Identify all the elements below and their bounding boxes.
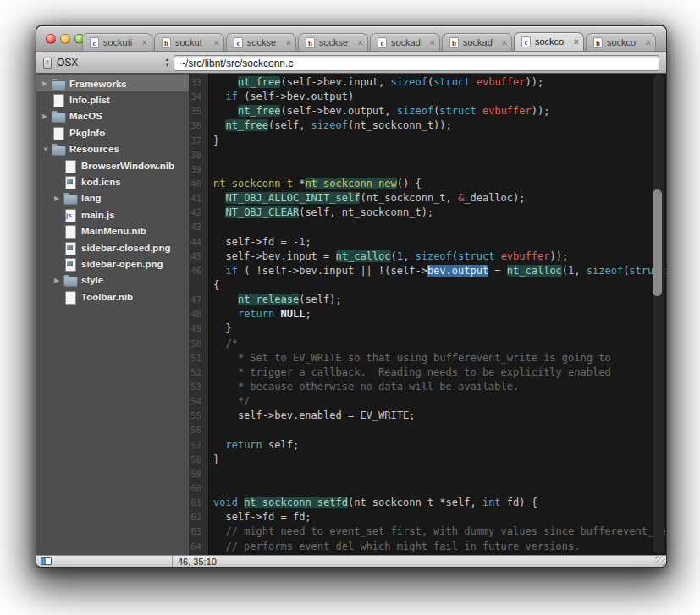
code-line[interactable]: * trigger a callback. Reading needs to b… [206, 365, 611, 380]
tree-item-label: Info.plist [69, 95, 110, 105]
tab-sockco-c[interactable]: csockco× [514, 32, 584, 51]
tree-item-kod-icns[interactable]: kod.icns [36, 173, 189, 189]
code-line[interactable] [206, 481, 213, 496]
code-line[interactable]: self->bev.enabled = EV_WRITE; [206, 409, 415, 423]
tab-sockut-h[interactable]: hsockut× [154, 33, 224, 51]
file-tree-sidebar[interactable]: ▶FrameworksInfo.plist▶MacOSPkgInfo▼Resou… [36, 74, 189, 555]
code-line[interactable]: */ [206, 394, 250, 409]
code-line[interactable]: /* [206, 337, 238, 351]
tree-item-info-plist[interactable]: Info.plist [36, 91, 189, 107]
title-bar[interactable]: csockuti×hsockut×csockse×hsockse×csockad… [36, 26, 666, 52]
code-line[interactable]: self->fd = -1; [206, 235, 311, 250]
disclosure-triangle-icon[interactable]: ▶ [41, 113, 52, 120]
sidebar-toggle-icon[interactable] [41, 557, 52, 565]
code-line[interactable]: nt_free(self, sizeof(nt_sockconn_t)); [206, 118, 452, 133]
line-number: 40 [189, 177, 206, 191]
tab-sockse-c[interactable]: csockse× [226, 33, 296, 51]
file-path-input[interactable] [174, 55, 659, 71]
tab-close-icon[interactable]: × [430, 34, 435, 52]
image-icon [63, 176, 77, 188]
code-token: () { [397, 178, 422, 189]
code-line[interactable]: return NULL; [206, 307, 311, 321]
resize-grip[interactable] [655, 556, 665, 566]
tree-item-macos[interactable]: ▶MacOS [36, 108, 189, 124]
code-row: 43 [189, 220, 666, 234]
code-line[interactable] [206, 467, 213, 481]
tree-item-pkginfo[interactable]: PkgInfo [36, 124, 189, 140]
code-token: nt_free [225, 119, 268, 131]
code-line[interactable]: void nt_sockconn_setfd(nt_sockconn_t *se… [206, 496, 537, 510]
code-line[interactable]: return self; [206, 438, 299, 453]
tree-item-sidebar-closed-png[interactable]: sidebar-closed.png [36, 239, 189, 255]
tree-item-label: sidebar-open.png [81, 259, 163, 269]
line-number: 45 [189, 250, 206, 264]
tab-close-icon[interactable]: × [646, 34, 651, 52]
code-line[interactable] [206, 423, 213, 437]
scrollbar-thumb[interactable] [653, 189, 662, 296]
code-line[interactable]: // performs event_del which might fail i… [206, 540, 580, 554]
line-number: 58 [189, 453, 206, 467]
status-bar: 46, 35:10 [36, 555, 666, 567]
line-number: 59 [189, 467, 206, 481]
disclosure-triangle-icon[interactable]: ▼ [41, 146, 52, 153]
code-line[interactable]: NT_OBJ_CLEAR(self, nt_sockconn_t); [206, 206, 433, 220]
code-line[interactable]: } [206, 134, 219, 148]
code-line[interactable]: nt_sockconn_t *nt_sockconn_new() { [206, 177, 422, 191]
tree-item-mainmenu-nib[interactable]: MainMenu.nib [36, 223, 189, 239]
code-row: 55 self->bev.enabled = EV_WRITE; [189, 409, 666, 423]
tree-item-frameworks[interactable]: ▶Frameworks [36, 75, 189, 91]
tree-item-resources[interactable]: ▼Resources [36, 141, 189, 157]
code-token [213, 105, 238, 117]
code-line[interactable]: nt_release(self); [206, 293, 342, 307]
disclosure-triangle-icon[interactable]: ▶ [53, 277, 63, 284]
code-line[interactable]: nt_free(self->bev.output, sizeof(struct … [206, 104, 549, 118]
tab-sockse-h[interactable]: hsockse× [298, 33, 368, 51]
line-number: 39 [189, 162, 206, 177]
code-line[interactable]: NT_OBJ_ALLOC_INIT_self(nt_sockconn_t, &_… [206, 191, 525, 206]
code-token: NULL [281, 308, 306, 320]
tab-sockad-h[interactable]: hsockad× [442, 33, 512, 51]
folder-icon [52, 143, 65, 155]
code-line[interactable]: * Set to EV_WRITE so that using bufferev… [206, 351, 611, 365]
tab-close-icon[interactable]: × [142, 34, 147, 52]
code-line[interactable]: * because otherwise no data will be avai… [206, 380, 519, 394]
tab-close-icon[interactable]: × [214, 34, 219, 52]
code-line[interactable]: { [206, 278, 219, 293]
scrollbar-track[interactable] [653, 74, 664, 554]
content-area: ▶FrameworksInfo.plist▶MacOSPkgInfo▼Resou… [36, 74, 666, 555]
tab-close-icon[interactable]: × [574, 33, 579, 51]
disclosure-triangle-icon[interactable]: ▶ [53, 195, 63, 202]
code-line[interactable] [206, 162, 213, 177]
tree-item-style[interactable]: ▶style [36, 272, 189, 288]
code-line[interactable]: nt_free(self->bev.input, sizeof(struct e… [206, 75, 543, 90]
scope-popup-button[interactable]: OSX ▲▼ [40, 53, 172, 72]
tree-item-main-js[interactable]: main.js [36, 206, 189, 222]
code-line[interactable]: if (self->bev.output) [206, 90, 354, 104]
disclosure-triangle-icon[interactable]: ▶ [41, 80, 52, 87]
tree-item-toolbar-nib[interactable]: Toolbar.nib [36, 288, 189, 305]
code-editor[interactable]: 33 nt_free(self->bev.input, sizeof(struc… [189, 74, 666, 555]
code-token [213, 119, 225, 131]
tab-sockad-c[interactable]: csockad× [370, 33, 440, 51]
code-line[interactable]: if ( !self->bev.input || !(self->bev.out… [206, 264, 666, 278]
tab-close-icon[interactable]: × [502, 34, 507, 52]
tab-close-icon[interactable]: × [358, 34, 363, 52]
code-line[interactable] [206, 148, 213, 162]
tree-item-lang[interactable]: ▶lang [36, 190, 189, 206]
tab-close-icon[interactable]: × [286, 34, 291, 52]
code-line[interactable]: } [206, 453, 219, 467]
tree-item-browserwindow-nib[interactable]: BrowserWindow.nib [36, 157, 189, 173]
code-token: (self, nt_sockconn_t); [299, 206, 433, 218]
code-line[interactable]: self->bev.input = nt_calloc(1, sizeof(st… [206, 250, 568, 264]
tab-sockco-h[interactable]: hsockco× [586, 33, 656, 51]
line-number: 51 [189, 351, 206, 365]
code-row: { [189, 278, 666, 293]
code-line[interactable]: self->fd = fd; [206, 510, 311, 524]
stepper-arrows-icon[interactable]: ▲▼ [163, 57, 171, 69]
tab-sockuti-c[interactable]: csockuti× [82, 33, 152, 51]
code-line[interactable] [206, 220, 213, 234]
code-line[interactable]: // might need to event_set first, with d… [206, 524, 666, 539]
h-file-icon: h [449, 37, 459, 48]
tree-item-sidebar-open-png[interactable]: sidebar-open.png [36, 255, 189, 272]
code-line[interactable]: } [206, 321, 232, 336]
